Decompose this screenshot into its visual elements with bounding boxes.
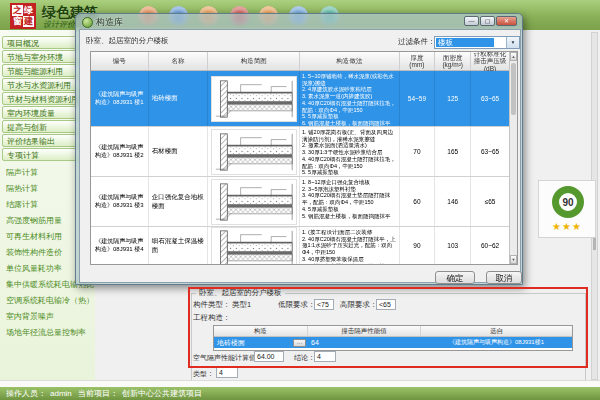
project-construction-table: 构造 撞击隔声性能值 选自 地砖楼面 … 64 《建筑隔声与吸声构造》08J93… — [213, 325, 573, 351]
col-impact-value: 撞击隔声性能值 — [308, 326, 421, 336]
project-construction-label: 工程构造： — [193, 313, 231, 323]
project-value: 创新中心公共建筑项目 — [122, 389, 202, 398]
construction-library-table: 编号 名称 构造简图 构造做法 厚度 (mm) 面密度 (kg/m²) 计权标准… — [90, 51, 518, 265]
scroll-up-icon[interactable]: ▲ — [510, 52, 517, 61]
header-thickness: 厚度 (mm) — [400, 52, 436, 70]
row-code: 《建筑隔声与吸声构造》08J931 楼4 — [91, 227, 149, 264]
row-method: 1. 8~12厚企口强化复合地板 2. 3~5厚泡沫塑料衬垫 3. 40厚C20… — [300, 177, 400, 226]
source-value: 《建筑隔声与吸声构造》08J931楼1 — [421, 337, 572, 348]
sidebar-link-runoff-control[interactable]: 场地年径流总量控制率 — [6, 326, 94, 339]
col-source: 选自 — [421, 326, 572, 336]
logo-char: 绿 — [23, 5, 34, 16]
construction-diagram — [208, 71, 300, 126]
construction-diagram — [208, 127, 300, 176]
header-diagram: 构造简图 — [208, 52, 300, 70]
status-bar: 操作人员：admin 当前项目：创新中心公共建筑项目 — [0, 387, 600, 400]
logo-char: 之 — [12, 5, 23, 16]
scrollbar-thumb[interactable] — [511, 63, 516, 115]
row-code: 《建筑隔声与吸声构造》08J931 楼2 — [91, 127, 149, 176]
low-limit-field: <75 — [314, 299, 334, 310]
operator-label: 操作人员： — [6, 389, 46, 398]
filter-label: 过滤条件： — [398, 37, 436, 47]
construction-table-row[interactable]: 地砖楼面 … 64 《建筑隔声与吸声构造》08J931楼1 — [214, 337, 572, 348]
row-name: 地砖楼面 — [149, 71, 209, 126]
row-method: 1. 5~10厚铺地砖，稀水泥浆(或彩色水泥浆)擦缝 2. 4厚建筑胶水泥砂浆粘… — [300, 71, 400, 126]
star-rating-icon: ★★★ — [539, 221, 595, 232]
browse-button[interactable]: … — [293, 339, 306, 347]
component-type-value: 类型1 — [232, 300, 251, 310]
detail-section-label: 卧室、起居室的分户楼板 — [196, 288, 285, 298]
high-limit-label: 高限要求： — [340, 300, 378, 310]
row-density: 165 — [435, 127, 471, 176]
dialog-section-label: 卧室、起居室的分户楼板 — [86, 36, 169, 46]
row-method: 1. 铺20厚花岗石板(正、背面及四周边满涂防污剂)，灌稀水泥浆擦缝 2. 撒素… — [300, 127, 400, 176]
table-header-row: 编号 名称 构造简图 构造做法 厚度 (mm) 面密度 (kg/m²) 计权标准… — [91, 52, 509, 71]
operator-value: admin — [50, 389, 72, 398]
dialog-body: 卧室、起居室的分户楼板 过滤条件： 楼板 ▼ 编号 名称 构造简图 构造做法 厚… — [79, 29, 521, 283]
construction-diagram — [208, 177, 300, 226]
app-logo: 之 绿 窗 建 — [10, 3, 36, 29]
row-thickness: 70 — [400, 127, 436, 176]
row-code: 《建筑隔声与吸声构造》08J931 楼3 — [91, 177, 149, 226]
table-row[interactable]: 《建筑隔声与吸声构造》08J931 楼3 企口强化复合地板楼面 — [91, 177, 509, 227]
table-row[interactable]: 《建筑隔声与吸声构造》08J931 楼4 细石混凝土保温楼面 1. (按工程设计 — [91, 227, 509, 265]
logo-char: 建 — [23, 16, 34, 27]
row-impact: 63~65 — [471, 127, 509, 176]
table-row[interactable]: 《建筑隔声与吸声构造》08J931 楼2 石材楼面 1 — [91, 127, 509, 177]
construction-table-header: 构造 撞击隔声性能值 选自 — [214, 326, 572, 337]
filter-selected-value: 楼板 — [436, 38, 494, 47]
cancel-button[interactable]: 取消 — [486, 271, 522, 284]
table-scrollbar[interactable]: ▲ ▼ — [509, 52, 517, 264]
score-value: 90 — [562, 197, 573, 208]
scroll-down-icon[interactable]: ▼ — [510, 255, 517, 264]
row-thickness: 60 — [400, 177, 436, 226]
header-name: 名称 — [149, 52, 209, 70]
score-card: 90 ★★★ — [538, 180, 596, 238]
table-row[interactable]: 《建筑隔声与吸声构造》08J931 楼1 地砖楼面 1 — [91, 71, 509, 127]
type-label: 类型： — [193, 369, 214, 379]
row-density: 103 — [435, 227, 471, 264]
impact-value: 64 — [308, 337, 421, 348]
row-impact: 63~65 — [471, 71, 509, 126]
construction-library-dialog: 构造库 — ▢ ✕ 卧室、起居室的分户楼板 过滤条件： 楼板 ▼ 编号 名称 构… — [75, 13, 523, 285]
row-name: 企口强化复合地板楼面 — [149, 177, 209, 226]
construction-diagram — [208, 227, 300, 264]
header-code: 编号 — [91, 52, 149, 70]
filter-combobox[interactable]: 楼板 ▼ — [434, 36, 520, 49]
row-method: 1. (按工程设计)面层二次装修 2. 40厚C20细石混凝土随打随抹平，上撒1… — [300, 227, 400, 264]
minimize-icon[interactable]: — — [464, 16, 479, 26]
row-density: 125 — [435, 71, 471, 126]
sidebar-link-ac-ratio[interactable]: 空调系统耗电输冷（热）比 — [6, 294, 94, 307]
component-type-label: 构件类型： — [193, 300, 231, 310]
high-limit-field: <65 — [376, 299, 396, 310]
ok-button[interactable]: 确定 — [435, 271, 475, 284]
row-thickness: 54~59 — [400, 71, 436, 126]
construction-name: 地砖楼面 — [214, 337, 291, 348]
row-thickness: 90 — [400, 227, 436, 264]
dialog-icon — [82, 17, 93, 28]
header-method: 构造做法 — [300, 52, 400, 70]
conclusion-field: 4 — [314, 351, 336, 362]
dialog-titlebar[interactable]: 构造库 — ▢ ✕ — [76, 14, 522, 29]
sidebar-link-background-noise[interactable]: 室内背景噪声 — [6, 310, 94, 323]
row-density: 146 — [435, 177, 471, 226]
row-impact: ≤65 — [471, 177, 509, 226]
header-density: 面密度 (kg/m²) — [435, 52, 471, 70]
type-field[interactable]: 4 — [216, 367, 238, 378]
conclusion-label: 结论： — [294, 353, 315, 363]
header-impact-level: 计权标准化 撞击声压级 (dB) — [471, 52, 509, 70]
close-icon[interactable]: ✕ — [496, 16, 517, 26]
col-construction: 构造 — [214, 326, 308, 336]
row-code: 《建筑隔声与吸声构造》08J931 楼1 — [91, 71, 149, 126]
logo-char: 窗 — [12, 16, 23, 27]
airborne-calc-label: 空气隔声性能计算值： — [193, 353, 263, 363]
row-impact: 60~62 — [471, 227, 509, 264]
score-ring: 90 — [552, 186, 584, 218]
low-limit-label: 低限要求： — [278, 300, 316, 310]
row-name: 石材楼面 — [149, 127, 209, 176]
maximize-icon[interactable]: ▢ — [480, 16, 495, 26]
chevron-down-icon[interactable]: ▼ — [506, 37, 519, 48]
project-label: 当前项目： — [78, 389, 118, 398]
row-name: 细石混凝土保温楼面 — [149, 227, 209, 264]
airborne-calc-field: 64.00 — [254, 351, 284, 362]
